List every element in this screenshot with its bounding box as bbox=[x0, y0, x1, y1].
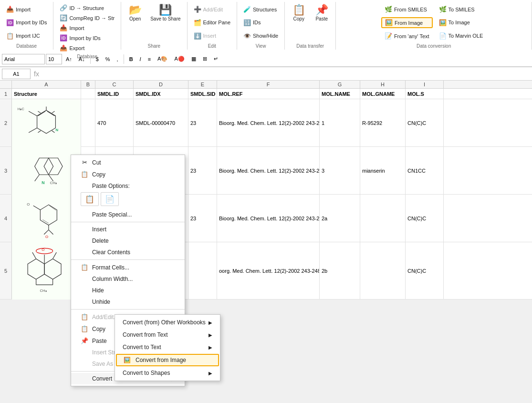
to-marvin-ole-button[interactable]: 📄 To Marvin OLE bbox=[436, 31, 487, 41]
paste-icon-btn-2[interactable]: 📄 bbox=[101, 192, 119, 206]
submenu-convert-to-text[interactable]: Convert to Text ▶ bbox=[115, 341, 220, 353]
add-edit-ribbon-button[interactable]: ➕ Add/Edit bbox=[190, 4, 234, 14]
col-header-H[interactable]: H bbox=[360, 81, 406, 88]
cell-G4[interactable]: 2a bbox=[320, 195, 360, 242]
cell-E5[interactable] bbox=[188, 242, 217, 300]
ctx-col-width[interactable]: Column Width... bbox=[71, 273, 185, 285]
align-button[interactable]: ≡ bbox=[145, 55, 154, 63]
wrap-button[interactable]: ↵ bbox=[211, 54, 221, 63]
percent-button[interactable]: % bbox=[103, 55, 113, 63]
ctx-paste-special[interactable]: Paste Special... bbox=[71, 209, 185, 220]
cell-B2[interactable] bbox=[81, 99, 95, 147]
cell-I5[interactable]: CN(C)C bbox=[406, 242, 444, 300]
import-ijc-button[interactable]: 📋 Import IJC bbox=[3, 31, 50, 41]
col-header-B[interactable]: B bbox=[81, 81, 95, 88]
submenu-convert-from-text[interactable]: Convert from Text ▶ bbox=[115, 329, 220, 341]
cell-F1[interactable]: MOL.REF bbox=[217, 89, 320, 99]
import2-button[interactable]: 📥 Import bbox=[56, 23, 118, 33]
font-input[interactable] bbox=[2, 54, 45, 64]
ctx-copy[interactable]: 📋 Copy bbox=[71, 168, 185, 180]
col-header-E[interactable]: E bbox=[188, 81, 217, 88]
font-grow-button[interactable]: A↑ bbox=[63, 55, 75, 63]
ctx-delete[interactable]: Delete bbox=[71, 235, 185, 247]
cell-A2-struct[interactable]: H₃C N bbox=[12, 99, 81, 147]
import-by-ids-button[interactable]: 🆔 Import by IDs bbox=[3, 18, 50, 28]
submenu-convert-to-shapes[interactable]: Convert to Shapes ▶ bbox=[115, 367, 220, 379]
cell-H2[interactable]: R-95292 bbox=[360, 99, 406, 147]
cell-G3[interactable]: 3 bbox=[320, 147, 360, 195]
italic-button[interactable]: I bbox=[137, 55, 144, 63]
font-color-button[interactable]: A🔴 bbox=[171, 54, 187, 63]
ctx-clear-contents[interactable]: Clear Contents bbox=[71, 247, 185, 258]
cell-E1[interactable]: SMDL.SID bbox=[188, 89, 217, 99]
merge-button[interactable]: ⊞ bbox=[200, 54, 210, 63]
from-image-button[interactable]: 🖼️ From Image bbox=[381, 17, 433, 28]
ctx-hide[interactable]: Hide bbox=[71, 285, 185, 296]
cell-C1[interactable]: SMDL.ID bbox=[95, 89, 134, 99]
ctx-unhide[interactable]: Unhide bbox=[71, 296, 185, 308]
cell-F4[interactable]: Bioorg. Med. Chem. Lett. 12(2)-2002 243-… bbox=[217, 195, 320, 242]
cell-H1[interactable]: MOL.GNAME bbox=[360, 89, 406, 99]
export-button[interactable]: 📤 Export bbox=[56, 43, 118, 53]
col-header-I[interactable]: I bbox=[406, 81, 444, 88]
col-header-A[interactable]: A bbox=[12, 81, 81, 88]
cell-A1[interactable]: Structure bbox=[12, 89, 81, 99]
cell-ref-input[interactable] bbox=[2, 69, 31, 79]
currency-button[interactable]: $ bbox=[93, 55, 102, 63]
cell-G2[interactable]: 1 bbox=[320, 99, 360, 147]
structures-button[interactable]: 🧪 Structures bbox=[240, 4, 282, 14]
compreg-button[interactable]: 🔄 CompReg ID → Str bbox=[56, 13, 118, 23]
copy-dt-button[interactable]: 📋 Copy bbox=[288, 3, 310, 23]
cell-B1[interactable] bbox=[81, 89, 95, 99]
cell-I1[interactable]: MOL.S bbox=[406, 89, 444, 99]
id-structure-button[interactable]: 🔗 ID → Structure bbox=[56, 3, 118, 13]
cell-E2[interactable]: 23 bbox=[188, 99, 217, 147]
cell-H4[interactable] bbox=[360, 195, 406, 242]
col-header-G[interactable]: G bbox=[320, 81, 360, 88]
import-ids2-button[interactable]: 🆔 Import by IDs bbox=[56, 33, 118, 43]
ids-button[interactable]: 🔢 IDs bbox=[240, 18, 282, 28]
cell-E4[interactable]: 23 bbox=[188, 195, 217, 242]
ctx-cut[interactable]: ✂ Cut bbox=[71, 156, 185, 168]
fill-color-button[interactable]: A🎨 bbox=[155, 54, 170, 63]
cell-C2[interactable]: 470 bbox=[95, 99, 134, 147]
import-button[interactable]: 📥 Import bbox=[3, 4, 50, 14]
cell-E3[interactable]: 23 bbox=[188, 147, 217, 195]
font-size-input[interactable] bbox=[46, 54, 62, 64]
cell-D1[interactable]: SMDL.IDX bbox=[134, 89, 188, 99]
editor-pane-button[interactable]: 🗂️ Editor Pane bbox=[190, 18, 234, 28]
cell-G5[interactable]: 2b bbox=[320, 242, 360, 300]
paste-icon-btn-1[interactable]: 📋 bbox=[81, 192, 99, 206]
ctx-insert[interactable]: Insert bbox=[71, 224, 185, 235]
cell-I2[interactable]: CN(C)C bbox=[406, 99, 444, 147]
col-header-F[interactable]: F bbox=[217, 81, 320, 88]
cell-F3[interactable]: Bioorg. Med. Chem. Lett. 12(2)-2002 243-… bbox=[217, 147, 320, 195]
open-button[interactable]: 📂 Open bbox=[124, 3, 146, 23]
paste-dt-button[interactable]: 📌 Paste bbox=[311, 3, 333, 23]
cell-I4[interactable]: CN(C)C bbox=[406, 195, 444, 242]
col-header-D[interactable]: D bbox=[134, 81, 188, 88]
cell-I3[interactable]: CN1CC bbox=[406, 147, 444, 195]
borders-button[interactable]: ▦ bbox=[188, 54, 199, 63]
cell-H5[interactable] bbox=[360, 242, 406, 300]
save-share-button[interactable]: 💾 Save to Share bbox=[147, 3, 184, 23]
bold-button[interactable]: B bbox=[126, 55, 136, 63]
comma-button[interactable]: , bbox=[114, 55, 121, 63]
formula-input[interactable] bbox=[42, 71, 530, 77]
to-image-button[interactable]: 🖼️ To Image bbox=[436, 18, 487, 28]
from-smiles-button[interactable]: 🌿 From SMILES bbox=[381, 4, 433, 14]
insert-ribbon-button[interactable]: ⬇️ Insert bbox=[190, 31, 234, 41]
from-any-text-button[interactable]: 📝 From 'any' Text bbox=[381, 31, 433, 41]
to-smiles-button[interactable]: 🌿 To SMILES bbox=[436, 4, 487, 14]
cell-F5[interactable]: oorg. Med. Chem. Lett. 12(2)-2002 243-24… bbox=[217, 242, 320, 300]
cell-D2[interactable]: SMDL-00000470 bbox=[134, 99, 188, 147]
show-hide-button[interactable]: 👁️ Show/Hide bbox=[240, 31, 282, 41]
submenu-convert-other[interactable]: Convert (from) Other Workbooks ▶ bbox=[115, 316, 220, 329]
submenu-convert-from-image[interactable]: 🖼️ Convert from Image bbox=[116, 354, 219, 366]
cell-H3[interactable]: mianserin bbox=[360, 147, 406, 195]
ctx-format-cells[interactable]: 📋 Format Cells... bbox=[71, 261, 185, 273]
cell-F2[interactable]: Bioorg. Med. Chem. Lett. 12(2)-2002 243-… bbox=[217, 99, 320, 147]
font-shrink-button[interactable]: A↓ bbox=[76, 55, 88, 63]
cell-G1[interactable]: MOL.NAME bbox=[320, 89, 360, 99]
col-header-C[interactable]: C bbox=[95, 81, 134, 88]
